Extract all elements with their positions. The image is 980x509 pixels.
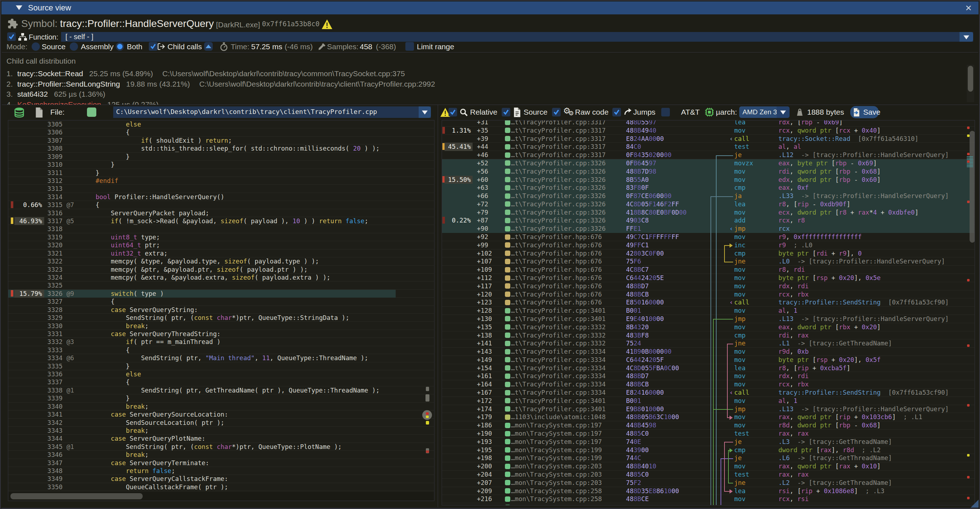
- source-line[interactable]: 3322 memcpy( &type, &payload.type, sizeo…: [8, 258, 434, 265]
- source-line[interactable]: 3328 case ServerQueryString:: [8, 306, 434, 314]
- file-combo[interactable]: C:\Users\wolf\Desktop\darkrl\contrib\tra…: [113, 107, 431, 118]
- function-checkbox[interactable]: [7, 32, 16, 41]
- child-call-name[interactable]: KeSynchronizeExecution: [17, 100, 101, 105]
- source-line[interactable]: 3347 case ServerQueryTerminate:: [8, 459, 434, 467]
- asm-row[interactable]: +138…t\TracyProfiler.cpp:3332483BF8cmprd…: [442, 331, 975, 340]
- asm-row[interactable]: +167…t\TracyProfiler.cpp:3334E824160000‹…: [442, 388, 975, 397]
- source-label[interactable]: Source: [523, 108, 548, 116]
- assembly-panel[interactable]: +31…t\TracyProfiler.cpp:3317488D5597lear…: [442, 120, 975, 506]
- source-line[interactable]: 3332@3 if( ptr == m_mainThread ): [8, 338, 434, 346]
- child-call-item[interactable]: 4.KeSynchronizeExecution125 µs (0.27%): [1, 100, 979, 105]
- source-line[interactable]: 3311}: [8, 169, 434, 177]
- asm-row[interactable]: +179…1103\include\atomic:1048488B05B63C1…: [442, 413, 975, 421]
- asm-row[interactable]: +135…t\TracyProfiler.cpp:33328B4320movea…: [442, 323, 975, 331]
- limit-range-label[interactable]: Limit range: [417, 43, 454, 51]
- scroll-knob[interactable]: [422, 410, 432, 420]
- raw-code-label[interactable]: Raw code: [575, 108, 608, 116]
- child-call-item[interactable]: 2.tracy::Profiler::SendLongString19.88 m…: [1, 80, 979, 90]
- asm-row[interactable]: +112…t\TracyProfiler.hpp:676C64424205Emo…: [442, 274, 975, 282]
- asm-row[interactable]: +63…t\TracyProfiler.cpp:332683F80Fcmpeax…: [442, 184, 975, 192]
- asm-row[interactable]: +209…mon\TracySystem.cpp:258488D35E88610…: [442, 487, 975, 495]
- asm-row[interactable]: +99…t\TracyProfiler.hpp:67649FFC1incr9 ;…: [442, 241, 975, 250]
- source-line[interactable]: 15.79%3326@9 switch( type ): [8, 290, 434, 297]
- close-icon[interactable]: ×: [964, 3, 974, 13]
- source-line[interactable]: 3309 }: [8, 153, 434, 161]
- asm-row[interactable]: +123…t\TracyProfiler.hpp:676E850160000‹c…: [442, 298, 975, 307]
- window-collapse-icon[interactable]: [16, 5, 22, 10]
- uarch-combo[interactable]: AMD Zen 3: [739, 107, 789, 118]
- source-hscrollbar[interactable]: [9, 492, 434, 500]
- radio-both[interactable]: [116, 43, 124, 51]
- source-line[interactable]: 3350 QueueCallstackFrame( ptr );: [8, 483, 434, 491]
- source-line[interactable]: 3324 memcpy( &extra, &payload.extra, siz…: [8, 274, 434, 282]
- source-line[interactable]: 3342 SendSourceLocation( ptr );: [8, 419, 434, 427]
- source-line[interactable]: 3318: [8, 225, 434, 233]
- source-line[interactable]: 3310 }: [8, 161, 434, 169]
- radio-source-label[interactable]: Source: [42, 43, 66, 51]
- source-line[interactable]: 3334@6 SendString( ptr, "Main thread", 1…: [8, 354, 434, 362]
- source-line[interactable]: 3307 if( shouldExit ) return;: [8, 137, 434, 145]
- asm-row[interactable]: +207…mon\TracySystem.cpp:20375F2jne.L2 -…: [442, 479, 975, 487]
- limit-range-checkbox[interactable]: [406, 42, 414, 51]
- collapse-child-calls-button[interactable]: [204, 42, 213, 51]
- source-line[interactable]: 3314bool Profiler::HandleServerQuery(): [8, 193, 434, 201]
- asm-row[interactable]: +90…t\TracyProfiler.cpp:3326FFE1‹jmprcx: [442, 225, 975, 233]
- source-line[interactable]: 3349 case ServerQueryCallstackFrame:: [8, 475, 434, 483]
- source-line[interactable]: 3333 {: [8, 346, 434, 354]
- file-combo-arrow[interactable]: [418, 107, 431, 118]
- asm-row[interactable]: 0.22%+87…t\TracyProfiler.cpp:33264903C8a…: [442, 216, 975, 225]
- source-line[interactable]: 3308 std::this_thread::sleep_for( std::c…: [8, 145, 434, 153]
- function-combo-arrow[interactable]: [959, 32, 973, 42]
- asm-row[interactable]: +130…t\TracyProfiler.cpp:3401E9E4010000j…: [442, 315, 975, 323]
- asm-row[interactable]: 45.41%+44…t\TracyProfiler.cpp:331784C0te…: [442, 143, 975, 151]
- child-calls-checkbox[interactable]: [149, 42, 158, 51]
- child-calls-scrollbar-thumb[interactable]: [968, 66, 973, 92]
- source-line[interactable]: 3325: [8, 282, 434, 289]
- asm-row[interactable]: +120…t\TracyProfiler.hpp:676488BCBmovrcx…: [442, 290, 975, 299]
- source-line[interactable]: 3319 uint8_t type;: [8, 233, 434, 241]
- asm-row[interactable]: +52…t\TracyProfiler.cpp:33260FB64597movz…: [442, 159, 975, 167]
- jumps-checkbox[interactable]: [612, 108, 621, 116]
- function-combo[interactable]: [ - self - ]: [61, 32, 973, 42]
- asm-row[interactable]: +31…t\TracyProfiler.cpp:3317488D5597lear…: [442, 120, 975, 127]
- source-line[interactable]: 3323 memcpy( &ptr, &payload.ptr, sizeof(…: [8, 266, 434, 274]
- source-line[interactable]: 3329 SendString( ptr, (const char*)ptr, …: [8, 314, 434, 322]
- panel-splitter[interactable]: [438, 105, 438, 507]
- asm-row[interactable]: +216…mon\TracySystem.cpp:258488BCEmovrcx…: [442, 495, 975, 503]
- source-line[interactable]: 3320 uint64_t ptr;: [8, 241, 434, 249]
- source-line[interactable]: 3313: [8, 185, 434, 192]
- source-line[interactable]: 0.66%3315@7{: [8, 201, 434, 209]
- asm-row[interactable]: 1.31%+35…t\TracyProfiler.cpp:3317488B494…: [442, 127, 975, 135]
- asm-row[interactable]: +102…t\TracyProfiler.hpp:67642803C0F00cm…: [442, 250, 975, 258]
- asm-row[interactable]: +46…t\TracyProfiler.cpp:33170F8435020000…: [442, 151, 975, 159]
- jumps-label[interactable]: Jumps: [633, 108, 655, 116]
- source-line[interactable]: 3341 case ServerQuerySourceLocation:: [8, 410, 434, 418]
- asm-row[interactable]: +193…mon\TracySystem.cpp:197740Eje.L3 ->…: [442, 438, 975, 446]
- asm-row[interactable]: +154…t\TracyProfiler.cpp:33344C8D055FBA0…: [442, 364, 975, 372]
- source-line[interactable]: 3348 return false;: [8, 467, 434, 475]
- source-line[interactable]: 3330 break;: [8, 322, 434, 330]
- radio-both-label[interactable]: Both: [127, 43, 142, 51]
- source-line[interactable]: 3305 else: [8, 121, 434, 128]
- child-calls-scrollbar[interactable]: [967, 65, 974, 102]
- source-line[interactable]: 3327 {: [8, 297, 434, 305]
- source-line[interactable]: 3335 }: [8, 362, 434, 370]
- asm-scrollbar-thumb[interactable]: [970, 131, 975, 243]
- source-line[interactable]: 3306 {: [8, 128, 434, 136]
- child-calls-label[interactable]: Child calls: [167, 43, 202, 51]
- radio-assembly[interactable]: [70, 43, 78, 51]
- asm-row[interactable]: +186…mon\TracySystem.cpp:197448B4598movr…: [442, 421, 975, 429]
- save-button[interactable]: Save: [850, 106, 879, 118]
- source-line[interactable]: 3346 break;: [8, 451, 434, 459]
- asm-row[interactable]: +56…t\TracyProfiler.cpp:3326488B7D98movr…: [442, 167, 975, 176]
- asm-row[interactable]: +198…mon\TracySystem.cpp:199744Cje.L6 ->…: [442, 454, 975, 462]
- asm-row[interactable]: +143…t\TracyProfiler.cpp:333441B90B00000…: [442, 348, 975, 356]
- child-call-name[interactable]: stat64i32: [17, 90, 48, 99]
- asm-row[interactable]: +39…t\TracyProfiler.cpp:3317E824AA0000‹c…: [442, 135, 975, 143]
- asm-row[interactable]: +92…t\TracyProfiler.hpp:67649C7C1FFFFFFF…: [442, 233, 975, 241]
- asm-row[interactable]: 15.50%+60…t\TracyProfiler.cpp:33268B55A0…: [442, 176, 975, 184]
- asm-row[interactable]: +172…t\TracyProfiler.cpp:3401B001moval, …: [442, 397, 975, 405]
- child-call-name[interactable]: tracy::Socket::Read: [17, 69, 83, 78]
- asm-row[interactable]: +161…t\TracyProfiler.cpp:3334488BD7movrd…: [442, 372, 975, 380]
- att-label[interactable]: AT&T: [681, 108, 700, 116]
